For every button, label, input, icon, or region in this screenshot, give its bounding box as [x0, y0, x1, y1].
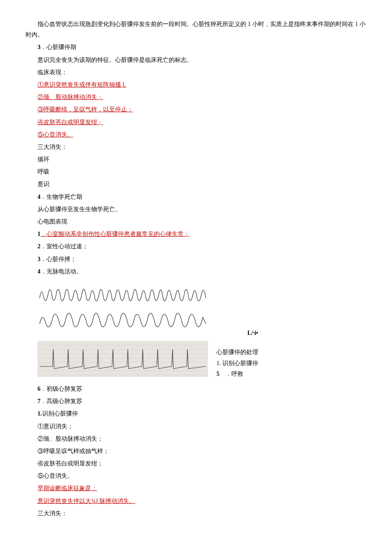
red-item-3: ③呼吸断续，呈叹气样，以至停止； [26, 104, 366, 115]
paragraph-7: 意识 [26, 179, 366, 189]
paragraph-16: 三大消失： [26, 508, 366, 519]
red-item-6-text: 早期诊断临床征象是： [37, 485, 97, 491]
list-item-7: 7．高级心肺复苏 [26, 396, 366, 407]
list-item-6-num: 6 [37, 386, 40, 392]
paragraph-14: ④皮肤苍白或明显发绀； [26, 458, 366, 469]
paragraph-11: ①意识消失； [26, 421, 366, 432]
side-line-1: 心脏骤停的处理 [216, 347, 258, 357]
paragraph-8: 从心脏骤停至发生生物学死亡。 [26, 204, 366, 215]
list-item-1-num: 1 [37, 231, 40, 237]
red-item-1: ①意识突然丧失或伴有短阵抽搐 L [26, 79, 366, 90]
paragraph-13: ③呼吸呈叹气样或抽气样； [26, 446, 366, 456]
paragraph-6: 呼吸 [26, 166, 366, 177]
red-item-4: ④皮肤苍白或明显发绀； [26, 117, 366, 128]
list-item-4-text: ．无脉电活动。 [40, 268, 82, 275]
paragraph-12: ②颈、股动脉搏动消失； [26, 433, 366, 444]
paragraph-2: 意识完全丧失为该期的特征。心脏骤停是临床死亡的标志。 [26, 55, 366, 65]
paragraph-15: ⑤心音消失。 [26, 471, 366, 481]
ecg-block: L/·i• 心脏骤停的处理 1. 识别心脏骤停 5 ．呼救 [37, 281, 366, 379]
red-item-6: 早期诊断临床征象是： [26, 483, 366, 494]
red-item-7: 意识突然丧失伴以大¾J 脉搏动消失。 [26, 496, 366, 506]
ecg-side-text: L/·i• 心脏骤停的处理 1. 识别心脏骤停 5 ．呼救 [216, 328, 258, 379]
paragraph-9: 心电图表现 [26, 216, 366, 227]
heading-3-num: 3 [37, 44, 40, 50]
red-item-3-text: ③呼吸断续，呈叹气样，以至停止； [37, 106, 133, 113]
heading-4-num: 4 [37, 194, 40, 200]
side-line-3-num: 5 [216, 371, 219, 377]
red-item-2-text: ②颈、股动脉搏动消失； [37, 94, 103, 100]
heading-3: 3．心脏骤停期 [26, 42, 366, 52]
paragraph-3: 临床表现： [26, 67, 366, 78]
list-item-2-num: 2 [37, 243, 40, 250]
list-item-3-num: 3 [37, 256, 40, 262]
side-marker: L/·i• [216, 328, 258, 338]
paragraph-intro: 指心血管状态出现急剧变化到心脏骤停发生前的一段时间。心脏性猝死所定义的 1 小时… [26, 19, 366, 40]
ecg-image [37, 281, 208, 379]
list-item-1: 1．心室颤动系非创伤性心脏骤停患者最常见的心律失常； [26, 229, 366, 239]
red-item-5: ⑤心音消失。 [26, 129, 366, 140]
red-item-1-text: ①意识突然丧失或伴有短阵抽搐 L [37, 81, 126, 88]
side-line-3-text: ．呼救 [225, 371, 243, 377]
list-item-7-num: 7 [37, 398, 40, 404]
svg-rect-1 [37, 341, 208, 377]
heading-4-text: ．生物学死亡期 [40, 194, 82, 200]
heading-4: 4．生物学死亡期 [26, 192, 366, 202]
list-item-2: 2．室性心动过速； [26, 241, 366, 252]
red-item-7-text: 意识突然丧失伴以大¾J 脉搏动消失。 [37, 498, 135, 504]
paragraph-4: 三大消失： [26, 142, 366, 152]
paragraph-5: 循环 [26, 154, 366, 165]
heading-3-text: ．心脏骤停期 [40, 44, 76, 50]
list-item-4-num: 4 [37, 268, 40, 275]
list-item-3-text: ．心脏停搏； [40, 256, 76, 262]
list-item-3: 3．心脏停搏； [26, 254, 366, 264]
side-line-3: 5 ．呼救 [216, 369, 258, 379]
red-item-2: ②颈、股动脉搏动消失； [26, 92, 366, 102]
list-item-7-text: ．高级心肺复苏 [40, 398, 82, 404]
list-item-4: 4．无脉电活动。 [26, 266, 366, 277]
red-item-4-text: ④皮肤苍白或明显发绀； [37, 119, 103, 125]
list-item-6: 6．初级心肺复苏 [26, 384, 366, 394]
red-item-5-text: ⑤心音消失。 [37, 131, 73, 138]
list-item-2-text: ．室性心动过速； [40, 243, 88, 250]
list-item-6-text: ．初级心肺复苏 [40, 386, 82, 392]
side-line-2: 1. 识别心脏骤停 [216, 358, 258, 369]
paragraph-10: 1.1.识别心脏骤停识别心脏骤停 [26, 408, 366, 419]
list-item-1-text: ．心室颤动系非创伤性心脏骤停患者最常见的心律失常； [40, 231, 190, 237]
